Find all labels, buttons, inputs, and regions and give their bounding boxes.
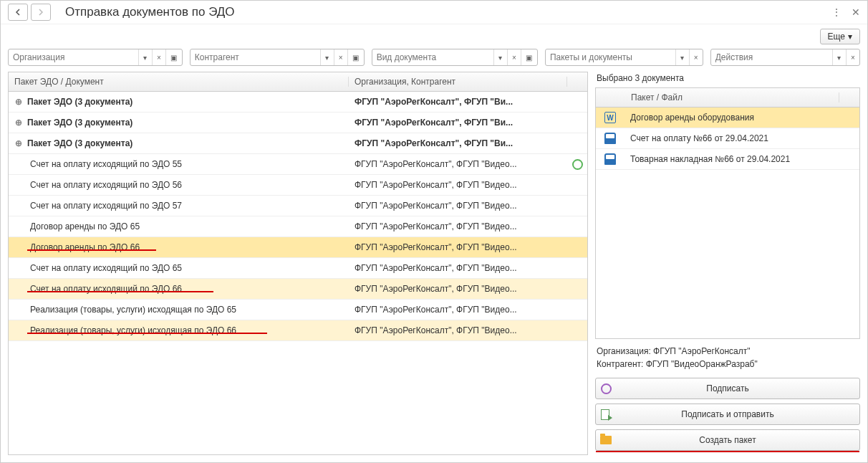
col-document[interactable]: Пакет ЭДО / Документ (9, 77, 349, 87)
sign-send-button-label: Подписать и отправить (616, 409, 859, 419)
filter-actions[interactable]: ▾× (710, 49, 860, 66)
row-org: ФГУП "АэроРегКонсалт", ФГУП "Видео... (349, 180, 567, 190)
table-row[interactable]: ⊕Пакет ЭДО (3 документа)ФГУП "АэроРегКон… (9, 133, 587, 154)
filter-doctype[interactable]: ▾×▣ (372, 49, 538, 66)
table-row[interactable]: Реализация (товары, услуги) исходящая по… (9, 300, 587, 320)
info-block: Организация: ФГУП "АэроРегКонсалт" Контр… (595, 339, 860, 378)
folder-icon (600, 436, 612, 444)
file-name: Договор аренды оборудования (625, 113, 859, 123)
row-document: Счет на оплату исходящий по ЭДО 65 (30, 263, 182, 273)
row-org: ФГУП "АэроРегКонсалт", ФГУП "Ви... (349, 118, 567, 128)
table-row[interactable]: Счет на оплату исходящий по ЭДО 56ФГУП "… (9, 175, 587, 196)
sign-icon (601, 383, 612, 394)
filter-contractor-input[interactable] (191, 52, 320, 62)
stamp-icon (604, 133, 616, 144)
info-org-value: ФГУП "АэроРегКонсалт" (653, 346, 750, 356)
filter-actions-input[interactable] (711, 52, 832, 62)
row-org: ФГУП "АэроРегКонсалт", ФГУП "Ви... (349, 97, 567, 107)
table-header: Пакет ЭДО / Документ Организация, Контра… (9, 72, 587, 92)
chevron-down-icon[interactable]: ▾ (493, 49, 507, 65)
row-document: Договор аренды по ЭДО 65 (30, 221, 140, 231)
table-row[interactable]: Счет на оплату исходящий по ЭДО 66ФГУП "… (9, 279, 587, 300)
filter-doctype-input[interactable] (372, 52, 493, 62)
filter-org[interactable]: ▾×▣ (8, 49, 183, 66)
sign-send-button[interactable]: Подписать и отправить (595, 404, 860, 425)
row-document: Счет на оплату исходящий по ЭДО 57 (30, 201, 182, 211)
expand-icon[interactable]: ⊕ (14, 118, 23, 127)
table-row[interactable]: ⊕Пакет ЭДО (3 документа)ФГУП "АэроРегКон… (9, 113, 587, 133)
file-name: Товарная накладная №66 от 29.04.2021 (625, 154, 859, 164)
row-org: ФГУП "АэроРегКонсалт", ФГУП "Видео... (349, 159, 567, 169)
files-body: WДоговор аренды оборудованияСчет на опла… (596, 108, 859, 170)
table-row[interactable]: Реализация (товары, услуги) исходящая по… (9, 320, 587, 341)
file-row[interactable]: Счет на оплату №66 от 29.04.2021 (596, 128, 859, 149)
files-table: Пакет / Файл WДоговор аренды оборудовани… (595, 87, 860, 339)
row-org: ФГУП "АэроРегКонсалт", ФГУП "Видео... (349, 242, 567, 252)
close-icon[interactable]: ✕ (852, 6, 860, 18)
row-org: ФГУП "АэроРегКонсалт", ФГУП "Видео... (349, 263, 567, 273)
info-ctr-label: Контрагент: (597, 359, 643, 369)
row-org: ФГУП "АэроРегКонсалт", ФГУП "Ви... (349, 138, 567, 148)
filter-org-input[interactable] (9, 52, 138, 62)
row-org: ФГУП "АэроРегКонсалт", ФГУП "Видео... (349, 201, 567, 211)
filter-bar: ▾×▣ ▾×▣ ▾×▣ ▾× ▾× (1, 47, 867, 72)
clear-icon[interactable]: × (846, 49, 859, 65)
row-document: Счет на оплату исходящий по ЭДО 55 (30, 159, 182, 169)
table-row[interactable]: Счет на оплату исходящий по ЭДО 55ФГУП "… (9, 154, 587, 175)
row-org: ФГУП "АэроРегКонсалт", ФГУП "Видео... (349, 284, 567, 294)
clear-icon[interactable]: × (507, 49, 521, 65)
open-icon[interactable]: ▣ (521, 49, 537, 65)
table-row[interactable]: Счет на оплату исходящий по ЭДО 65ФГУП "… (9, 258, 587, 279)
filter-packages[interactable]: ▾× (545, 49, 703, 66)
app-window: Отправка документов по ЭДО ⋮ ✕ Еще▾ ▾×▣ … (0, 0, 868, 463)
row-document: Реализация (товары, услуги) исходящая по… (30, 305, 236, 315)
clear-icon[interactable]: × (689, 49, 703, 65)
create-package-button[interactable]: Создать пакет (595, 429, 860, 451)
selected-count: Выбрано 3 документа (595, 72, 860, 87)
word-icon: W (604, 112, 616, 123)
open-icon[interactable]: ▣ (165, 49, 182, 65)
chevron-down-icon[interactable]: ▾ (320, 49, 334, 65)
clear-icon[interactable]: × (334, 49, 347, 65)
more-button[interactable]: Еще▾ (820, 29, 860, 44)
document-table: Пакет ЭДО / Документ Организация, Контра… (8, 72, 588, 455)
chevron-down-icon[interactable]: ▾ (675, 49, 689, 65)
file-row[interactable]: Товарная накладная №66 от 29.04.2021 (596, 149, 859, 170)
titlebar: Отправка документов по ЭДО ⋮ ✕ (1, 1, 867, 24)
table-row[interactable]: Счет на оплату исходящий по ЭДО 57ФГУП "… (9, 196, 587, 216)
stamp-icon (604, 153, 616, 165)
file-name: Счет на оплату №66 от 29.04.2021 (625, 133, 859, 143)
table-body: ⊕Пакет ЭДО (3 документа)ФГУП "АэроРегКон… (9, 92, 587, 454)
chevron-down-icon[interactable]: ▾ (832, 49, 846, 65)
clear-icon[interactable]: × (152, 49, 165, 65)
row-document: Пакет ЭДО (3 документа) (27, 138, 132, 148)
kebab-icon[interactable]: ⋮ (831, 6, 842, 18)
row-document: Пакет ЭДО (3 документа) (27, 118, 132, 128)
row-document: Договор аренды по ЭДО 66 (30, 242, 140, 252)
table-row[interactable]: Договор аренды по ЭДО 66ФГУП "АэроРегКон… (9, 237, 587, 258)
open-icon[interactable]: ▣ (347, 49, 364, 65)
filter-packages-input[interactable] (546, 52, 675, 62)
expand-icon[interactable]: ⊕ (14, 97, 23, 106)
sign-button[interactable]: Подписать (595, 378, 860, 399)
create-package-button-label: Создать пакет (616, 435, 859, 445)
row-document: Реализация (товары, услуги) исходящая по… (30, 325, 236, 335)
chevron-down-icon[interactable]: ▾ (138, 49, 152, 65)
back-button[interactable] (8, 4, 28, 21)
chevron-down-icon: ▾ (848, 32, 852, 42)
info-org-label: Организация: (597, 346, 651, 356)
info-ctr-value: ФГУП "ВидеоОранжРазраб" (646, 359, 758, 369)
send-icon (601, 409, 612, 420)
col-org[interactable]: Организация, Контрагент (349, 77, 567, 87)
table-row[interactable]: ⊕Пакет ЭДО (3 документа)ФГУП "АэроРегКон… (9, 92, 587, 113)
row-document: Счет на оплату исходящий по ЭДО 56 (30, 180, 182, 190)
expand-icon[interactable]: ⊕ (14, 139, 23, 148)
file-row[interactable]: WДоговор аренды оборудования (596, 108, 859, 128)
sign-button-label: Подписать (616, 383, 859, 393)
table-row[interactable]: Договор аренды по ЭДО 65ФГУП "АэроРегКон… (9, 216, 587, 237)
col-file[interactable]: Пакет / Файл (625, 92, 839, 102)
forward-button[interactable] (31, 4, 51, 21)
filter-contractor[interactable]: ▾×▣ (190, 49, 365, 66)
more-button-label: Еще (828, 32, 845, 42)
toolbar: Еще▾ (1, 24, 867, 47)
